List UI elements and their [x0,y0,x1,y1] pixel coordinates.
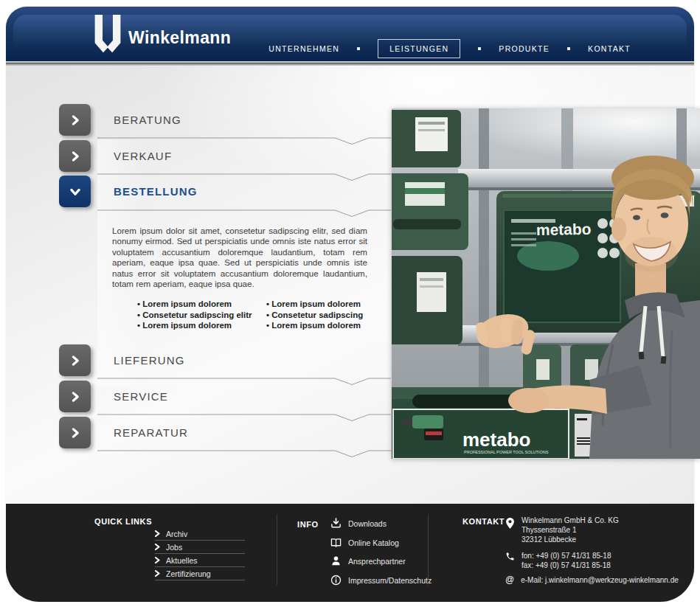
footer-link-label: Archiv [166,530,187,538]
chevron-right-icon [69,114,82,127]
accordion-label-verkauf[interactable]: VERKAUF [114,140,357,172]
chevron-right-icon [155,544,160,550]
accordion-label-reparatur[interactable]: REPARATUR [114,417,357,448]
screenshot-canvas: Winkelmann UNTERNEHMEN LEISTUNGEN PRODUK… [0,0,700,607]
accordion-label-lieferung[interactable]: LIEFERUNG [114,344,357,376]
chevron-right-icon [69,354,82,367]
fax-number: fax: +49 (0) 57 41/31 85-18 [521,561,611,570]
chevron-right-icon [69,426,82,440]
section-divider [97,450,391,459]
footer-link-jobs[interactable]: Jobs [155,541,245,554]
footer-email[interactable]: @ e-Mail: j.winkelmann@werkzeug-winkelma… [505,575,679,585]
stacked-tool-cases [392,110,468,344]
chevron-down-icon [69,185,82,198]
chevron-right-icon [69,390,82,403]
bullet-item: Lorem ipsum dolorem [266,299,363,310]
nav-leistungen[interactable]: LEISTUNGEN [378,39,460,58]
download-icon [330,518,342,529]
accordion-label-bestellung[interactable]: BESTELLUNG [114,176,357,207]
footer-link-label: Zertifizierung [166,569,211,578]
lower-hand [508,388,550,413]
company-name: Winkelmann GmbH & Co. KG [521,516,619,525]
site-header: Winkelmann UNTERNEHMEN LEISTUNGEN PRODUK… [6,7,694,61]
expand-button-beratung[interactable] [59,104,91,136]
footer-link-label: Jobs [166,543,182,552]
warehouse-photo: metabo [392,108,700,459]
nav-produkte[interactable]: PRODUKTE [499,44,550,53]
kontakt-title: KONTAKT [462,517,505,526]
footer-link-label: Aktuelles [166,556,198,565]
bestellung-paragraph: Lorem ipsum dolor sit amet, consetetur s… [112,226,367,289]
chevron-right-icon [155,530,160,537]
fon-number: fon: +49 (0) 57 41/31 85-18 [521,551,611,561]
site-footer: QUICK LINKS Archiv Jobs Aktuelles Zertif… [6,504,694,602]
footer-divider [428,514,429,585]
bullet-item: Consetetur sadipscing elitr [137,310,252,321]
expand-button-reparatur[interactable] [59,417,91,448]
info-title: INFO [297,520,319,529]
bullet-item: Consetetur sadipscing [266,310,363,321]
city: 32312 Lübbecke [521,535,619,544]
accordion-label-service[interactable]: SERVICE [114,381,357,412]
footer-link-aktuelles[interactable]: Aktuelles [155,554,245,567]
footer-link-online-katalog[interactable]: Online Katalog [330,537,399,548]
quick-links-title: QUICK LINKS [94,517,152,526]
nav-separator-dot [357,47,360,50]
catalog-icon [330,537,342,548]
metabo-tagline-text: PROFESSIONAL POWER TOOL SOLUTIONS [464,450,549,454]
nav-unternehmen[interactable]: UNTERNEHMEN [268,44,339,53]
at-icon: @ [505,575,514,585]
nav-separator-dot [478,47,481,50]
footer-link-label: Online Katalog [348,538,399,547]
footer-phone: fon: +49 (0) 57 41/31 85-18 fax: +49 (0)… [505,551,611,570]
info-icon [330,575,342,586]
footer-link-label: Impressum/Datenschutz [348,576,432,585]
bullet-item: Lorem ipsum dolorem [137,299,252,310]
footer-link-impressum[interactable]: Impressum/Datenschutz [330,575,432,586]
street: Thyssenstraße 1 [521,525,619,535]
chevron-right-icon [155,570,160,577]
eye-right [661,212,669,218]
footer-link-label: Ansprechpartner [348,557,406,566]
collapse-button-bestellung[interactable] [59,176,91,207]
expand-button-service[interactable] [59,381,91,412]
footer-link-label: Downloads [348,519,387,528]
email-address: e-Mail: j.winkelmann@werkzeug-winkelmann… [521,575,679,585]
main-navigation: UNTERNEHMEN LEISTUNGEN PRODUKTE KONTAKT [268,39,631,58]
bullet-list-left: Lorem ipsum dolorem Consetetur sadipscin… [137,299,252,331]
bullet-item: Lorem ipsum dolorem [266,320,363,331]
expand-button-verkauf[interactable] [59,140,91,172]
bullet-list-right: Lorem ipsum dolorem Consetetur sadipscin… [266,299,363,331]
accordion-label-beratung[interactable]: BERATUNG [114,104,357,136]
footer-link-downloads[interactable]: Downloads [330,518,387,529]
footer-divider [277,514,277,585]
expand-button-lieferung[interactable] [59,344,91,376]
winkelmann-w-icon [93,13,122,56]
nav-separator-dot [567,47,570,50]
person-icon [330,555,342,566]
footer-link-ansprechpartner[interactable]: Ansprechpartner [330,555,406,566]
footer-address: Winkelmann GmbH & Co. KG Thyssenstraße 1… [505,516,619,544]
location-pin-icon [505,517,515,530]
footer-link-zertifizierung[interactable]: Zertifizierung [155,567,245,580]
footer-link-archiv[interactable]: Archiv [155,527,245,541]
chevron-right-icon [155,557,160,563]
metabo-logo-text: metabo [462,429,530,451]
chevron-right-icon [69,150,82,163]
phone-icon [505,552,515,561]
eye-left [633,215,640,220]
section-divider [97,209,391,218]
nav-kontakt[interactable]: KONTAKT [588,44,631,53]
bullet-item: Lorem ipsum dolorem [137,320,252,331]
brand-name: Winkelmann [128,28,231,48]
ear [611,218,626,241]
metabo-logo-text-shelf: metabo [536,221,592,238]
